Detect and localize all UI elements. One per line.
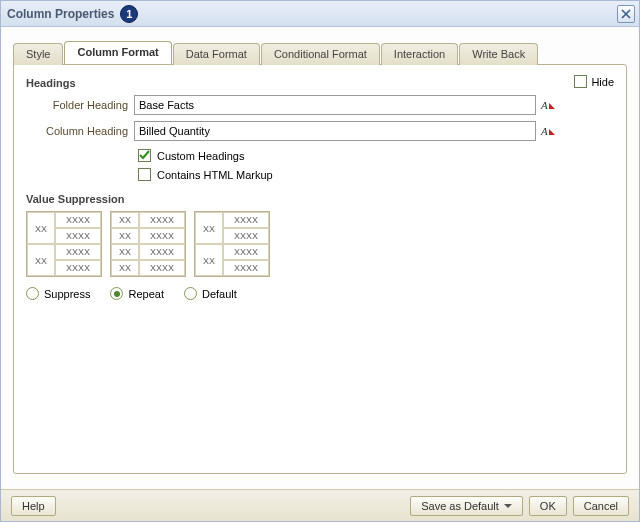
radio-suppress[interactable]: Suppress [26,287,90,300]
value-suppression-section: Value Suppression XX XXXX XXXX XX XXXX X… [26,193,614,300]
svg-text:A: A [540,99,548,111]
tab-conditional-format[interactable]: Conditional Format [261,43,380,65]
cancel-button[interactable]: Cancel [573,496,629,516]
value-suppression-label: Value Suppression [26,193,614,205]
tab-data-format[interactable]: Data Format [173,43,260,65]
suppression-radio-group: Suppress Repeat Default [26,287,614,300]
dialog-title: Column Properties [7,7,114,21]
tab-write-back[interactable]: Write Back [459,43,538,65]
hide-label: Hide [591,76,614,88]
tab-interaction[interactable]: Interaction [381,43,458,65]
column-heading-label: Column Heading [26,125,134,137]
radio-default-label: Default [202,288,237,300]
check-icon [139,150,150,161]
titlebar: Column Properties 1 [1,1,639,27]
step-badge: 1 [120,5,138,23]
contains-html-label: Contains HTML Markup [157,169,273,181]
format-icon: A [540,97,556,113]
radio-default[interactable]: Default [184,287,237,300]
contains-html-row[interactable]: Contains HTML Markup [138,168,556,181]
close-button[interactable] [617,5,635,23]
column-properties-dialog: Column Properties 1 Style Column Format … [0,0,640,522]
folder-heading-format-button[interactable]: A [540,97,556,113]
svg-marker-3 [549,129,555,135]
svg-marker-1 [549,103,555,109]
hide-checkbox[interactable] [574,75,587,88]
save-as-default-button[interactable]: Save as Default [410,496,523,516]
close-icon [621,9,631,19]
radio-suppress-input[interactable] [26,287,39,300]
radio-repeat-label: Repeat [128,288,163,300]
svg-text:A: A [540,125,548,137]
headings-section-label: Headings [26,77,556,89]
custom-headings-label: Custom Headings [157,150,244,162]
ok-button[interactable]: OK [529,496,567,516]
tab-style[interactable]: Style [13,43,63,65]
custom-headings-row[interactable]: Custom Headings [138,149,556,162]
tabstrip: Style Column Format Data Format Conditio… [13,41,627,64]
folder-heading-label: Folder Heading [26,99,134,111]
radio-suppress-label: Suppress [44,288,90,300]
headings-grid: Folder Heading A Column Heading A [26,95,556,141]
tabs-area: Style Column Format Data Format Conditio… [1,27,639,474]
radio-repeat-input[interactable] [110,287,123,300]
hide-row[interactable]: Hide [574,75,614,88]
radio-default-input[interactable] [184,287,197,300]
help-button[interactable]: Help [11,496,56,516]
suppression-previews: XX XXXX XXXX XX XXXX XXXX XX XXXX XX XXX… [26,211,614,277]
tab-panel-column-format: Headings Folder Heading A Column Heading… [13,64,627,474]
radio-repeat[interactable]: Repeat [110,287,163,300]
format-icon: A [540,123,556,139]
custom-headings-checkbox[interactable] [138,149,151,162]
suppression-preview-default[interactable]: XX XXXX XXXX XX XXXX XXXX [194,211,270,277]
dialog-footer: Help Save as Default OK Cancel [1,489,639,521]
folder-heading-input[interactable] [134,95,536,115]
suppression-preview-suppress[interactable]: XX XXXX XXXX XX XXXX XXXX [26,211,102,277]
column-heading-input[interactable] [134,121,536,141]
tab-column-format[interactable]: Column Format [64,41,171,64]
column-heading-format-button[interactable]: A [540,123,556,139]
suppression-preview-repeat[interactable]: XX XXXX XX XXXX XX XXXX XX XXXX [110,211,186,277]
contains-html-checkbox[interactable] [138,168,151,181]
